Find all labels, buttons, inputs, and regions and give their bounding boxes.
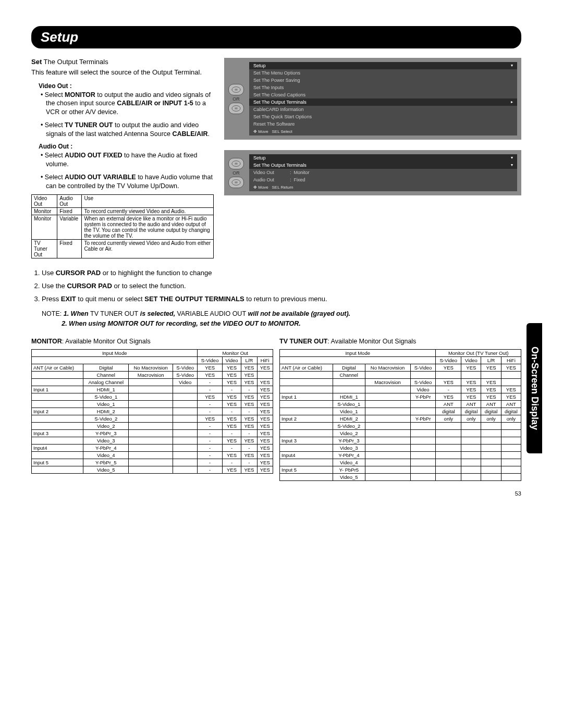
svg-rect-1 [235, 89, 237, 91]
osd-menu-1: Setup▾ Set The Menu Options Set The Powe… [249, 62, 517, 135]
table-row: ANT (Air or Cable)DigitalNo MacrovisionS… [32, 364, 273, 371]
table-row: Video_4-YESYESYES [32, 451, 273, 459]
table-row: S-Video_1YESYESYESYES [32, 393, 273, 400]
table-row: Video_1digitaldigitaldigitaldigital [280, 408, 521, 415]
video-out-bullet-1: Select MONITOR to output the audio and v… [46, 91, 214, 117]
page-number: 53 [515, 490, 521, 497]
osd-panel-2: OR Setup▾ Set The Output Terminals▾ Vide… [224, 150, 521, 195]
table-row: Video_5 [280, 473, 521, 480]
svg-rect-3 [235, 107, 237, 109]
table-row: S-Video_2 [280, 422, 521, 429]
table-row: Input 1HDMI_1Y-PbPrYESYESYESYES [280, 393, 521, 400]
cursor-pad-icon [228, 84, 244, 95]
monitor-signals-table: Input ModeMonitor Out S-VideoVideoL/RHiF… [31, 349, 273, 474]
table-row: Input4Y-PbPr_4 [280, 451, 521, 459]
submenu-arrow-icon: ▸ [511, 100, 513, 105]
table-row: Video-YESYESYES [280, 386, 521, 393]
submenu-arrow-icon: ▾ [511, 155, 513, 161]
table-row: Channel [280, 371, 521, 378]
audio-out-label: Audio Out : [39, 143, 214, 150]
steps-list: Use CURSOR PAD or to highlight the funct… [42, 269, 521, 303]
svg-rect-5 [235, 163, 237, 165]
video-out-bullet-2: Select TV TUNER OUT to output the audio … [46, 121, 214, 139]
table-row: S-Video_1ANTANTANTANT [280, 400, 521, 408]
table-row: Input 5Y-PbPr_5---YES [32, 459, 273, 466]
page-header: Setup [31, 26, 521, 48]
side-tab: On-Screen Display [527, 323, 542, 453]
audio-out-bullet-2: Select AUDIO OUT VARIABLE to have Audio … [46, 173, 214, 191]
tuner-signals-table: Input ModeMonitor Out (TV Tuner Out) S-V… [279, 349, 521, 481]
table-row: Video_3 [280, 444, 521, 451]
table-row: Input4Y-PbPr_4---YES [32, 444, 273, 451]
audio-out-bullet-1: Select AUDIO OUT FIXED to have the Audio… [46, 151, 214, 169]
table-row: S-Video_2YESYESYESYES [32, 415, 273, 422]
table-row: Video_4 [280, 459, 521, 466]
table-row: Video_5-YESYESYES [32, 466, 273, 473]
table-row: Input 3Y-PbPr_3---YES [32, 429, 273, 437]
submenu-arrow-icon: ▾ [511, 163, 513, 168]
submenu-arrow-icon: ▾ [511, 63, 513, 68]
cursor-pad-icon [228, 103, 244, 114]
intro-rest: The Output Terminals [42, 58, 108, 66]
cursor-pad-icon [228, 158, 244, 169]
cursor-pad-icon [228, 177, 244, 188]
table-row: ChannelMacrovisionS-VideoYESYESYES [32, 371, 273, 378]
svg-rect-7 [235, 181, 237, 183]
note-block: NOTE: 1. When TV TUNER OUT is selected, … [42, 309, 521, 328]
table-row: Video_3-YESYESYES [32, 437, 273, 444]
table-row: Input 3Y-PbPr_3 [280, 437, 521, 444]
table-row: Video_2-YESYESYES [32, 422, 273, 429]
tuner-signals-title: TV TUNER OUT: Available Monitor Out Sign… [279, 338, 521, 345]
step-3: Press EXIT to quit menu or select SET TH… [42, 295, 521, 303]
osd-menu-2: Setup▾ Set The Output Terminals▾ Video O… [249, 154, 517, 191]
intro-bold: Set [31, 58, 42, 66]
table-row: Video_2 [280, 429, 521, 437]
table-row: Input 2HDMI_2Y-PbPronlyonlyonlyonly [280, 415, 521, 422]
step-1: Use CURSOR PAD or to highlight the funct… [42, 269, 521, 277]
intro-body: This feature will select the source of t… [31, 68, 214, 77]
video-out-label: Video Out : [39, 82, 214, 90]
monitor-signals-title: MONITOR: Available Monitor Out Signals [31, 338, 273, 345]
table-row: Input 1HDMI_1---YES [32, 386, 273, 393]
use-table: Video OutAudio OutUse MonitorFixedTo rec… [31, 194, 214, 258]
table-row: Analog ChannelVideo-YESYESYES [32, 378, 273, 386]
table-row: Video_1-YESYESYES [32, 400, 273, 408]
table-row: Input 2HDMI_2---YES [32, 408, 273, 415]
table-row: Input 5Y- PbPr5 [280, 466, 521, 473]
table-row: ANT (Air or Cable)DigitalNo MacrovisionS… [280, 364, 521, 371]
remote-icons-2: OR [228, 158, 244, 188]
section-title: Set The Output Terminals [31, 58, 214, 66]
remote-icons-1: OR [228, 84, 244, 114]
step-2: Use the CURSOR PAD or to select the func… [42, 282, 521, 290]
osd-panel-1: OR Setup▾ Set The Menu Options Set The P… [224, 58, 521, 140]
table-row: MacrovisionS-VideoYESYESYES [280, 378, 521, 386]
